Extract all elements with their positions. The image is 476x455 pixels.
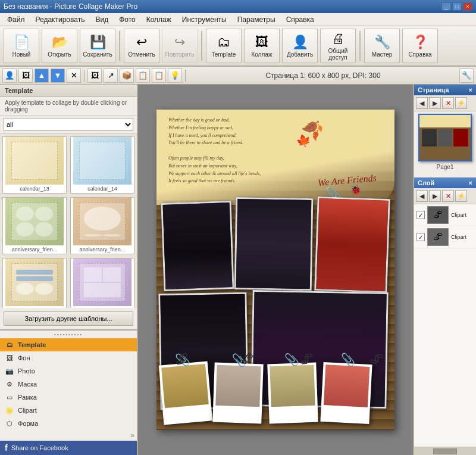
menu-collage[interactable]: Коллаж [142, 14, 176, 25]
t2-btn-2[interactable]: 🖼 [18, 68, 33, 83]
template-thumb [5, 137, 64, 185]
layer-prev-btn[interactable]: ◀ [416, 190, 428, 202]
t2-btn-copy1[interactable]: 📋 [136, 68, 150, 83]
template-item-anniv2[interactable]: anniversary_frien... [70, 197, 134, 254]
secondary-toolbar: 👤 🖼 ▲ ▼ ✕ 🖼 ↗ 📦 📋 📋 💡 Страница 1: 600 x … [0, 67, 476, 85]
poem-text: Whether the day is good or bad, Whether … [168, 117, 335, 185]
t2-btn-light[interactable]: 💡 [168, 68, 182, 83]
menu-params[interactable]: Параметры [233, 14, 280, 25]
page-thumbnail[interactable] [418, 114, 472, 161]
t2-btn-down[interactable]: ▼ [51, 68, 65, 83]
help-button[interactable]: ❓ Справка [402, 29, 438, 63]
t2-btn-link[interactable]: ↗ [104, 68, 118, 83]
template-item-april2[interactable]: april_fools_02 [2, 258, 67, 308]
layer-delete-btn[interactable]: ✕ [442, 190, 454, 202]
template-item-calendar14[interactable]: calendar_14 [70, 136, 134, 194]
add-photo-button[interactable]: 👤 Добавить [282, 29, 318, 63]
tab-frame-label: Рамка [18, 394, 37, 401]
page-prev-btn[interactable]: ◀ [416, 97, 428, 109]
minimize-button[interactable]: _ [441, 2, 451, 11]
title-bar: Без названия - Picture Collage Maker Pro… [0, 0, 476, 13]
layer-checkbox-2[interactable]: ✓ [416, 233, 425, 241]
template-name: april_fools_03 [84, 306, 120, 308]
t2-btn-up[interactable]: ▲ [35, 68, 49, 83]
photo-tab-icon: 📷 [5, 366, 14, 376]
template-label: Template [212, 51, 236, 58]
left-panel: Template Apply template to collage by do… [0, 85, 138, 455]
template-thumb [5, 258, 64, 306]
save-button[interactable]: 💾 Сохранить [80, 29, 115, 63]
menu-file[interactable]: Файл [2, 14, 30, 25]
t2-btn-settings[interactable]: 🔧 [459, 68, 474, 83]
close-button[interactable]: × [463, 2, 472, 11]
layer-panel-close[interactable]: × [469, 179, 472, 186]
save-label: Сохранить [83, 51, 112, 58]
tab-clipart[interactable]: 🌟 Clipart [0, 404, 137, 417]
load-more-button[interactable]: Загрузить другие шаблоны... [4, 311, 133, 326]
scrollbar-thumb[interactable] [433, 448, 457, 454]
help-label: Справка [408, 51, 431, 58]
t2-btn-frame[interactable]: 🖼 [87, 68, 102, 83]
layer-checkbox-1[interactable]: ✓ [416, 211, 425, 219]
layer-thumb-1: 🖇 [427, 206, 449, 224]
maximize-button[interactable]: □ [452, 2, 462, 11]
polaroid-clip-3: 📎 [284, 353, 299, 367]
save-icon: 💾 [90, 35, 106, 50]
menu-edit[interactable]: Редактировать [31, 14, 90, 25]
wizard-label: Мастер [372, 51, 393, 58]
layer-item-2[interactable]: ✓ 🖇 Clipart [414, 226, 476, 248]
tab-mask[interactable]: ⚙ Маска [0, 378, 137, 391]
wizard-button[interactable]: 🔧 Мастер [364, 29, 400, 63]
collage-button[interactable]: 🖼 Коллаж [244, 29, 280, 63]
menu-photo[interactable]: Фото [114, 14, 140, 25]
canvas-area: 🍂 🍁 📎 🐞 Whether the day is good or bad, … [138, 85, 413, 455]
background-tab-icon: 🖼 [5, 353, 14, 363]
collage-canvas[interactable]: 🍂 🍁 📎 🐞 Whether the day is good or bad, … [156, 110, 394, 430]
photo-frame-3 [314, 197, 390, 293]
tab-background[interactable]: 🖼 Фон [0, 351, 137, 364]
page-next-btn[interactable]: ▶ [429, 97, 441, 109]
binder-clip-2: 🖇 [239, 350, 255, 368]
template-item-april3[interactable]: april_fools_03 [70, 258, 134, 308]
new-button[interactable]: 📄 Новый [4, 29, 39, 63]
facebook-share-button[interactable]: Share on Facebook [11, 444, 68, 451]
share-button[interactable]: 🖨 Общий доступ [320, 29, 356, 63]
layer-name-1: Clipart [451, 212, 466, 218]
template-thumb [73, 198, 131, 245]
tab-shape[interactable]: ⬡ Форма [0, 417, 137, 430]
polaroid-frame-1: 📎 [159, 361, 212, 425]
expand-icon[interactable]: » [130, 431, 134, 440]
help-icon: ❓ [412, 35, 428, 50]
layer-next-btn[interactable]: ▶ [429, 190, 441, 202]
t2-btn-delete[interactable]: ✕ [67, 68, 81, 83]
t2-btn-copy2[interactable]: 📋 [152, 68, 166, 83]
frame-tab-icon: ▭ [5, 392, 14, 402]
tab-photo[interactable]: 📷 Photo [0, 364, 137, 378]
mask-tab-icon: ⚙ [5, 379, 14, 389]
redo-button[interactable]: ↪ Повторить [162, 29, 198, 63]
layer-add-btn[interactable]: ⚡ [455, 190, 467, 202]
t2-btn-box[interactable]: 📦 [120, 68, 134, 83]
undo-button[interactable]: ↩ Отменить [124, 29, 159, 63]
template-name: april_fools_02 [17, 306, 52, 308]
tab-photo-label: Photo [18, 367, 35, 375]
layer-item-1[interactable]: ✓ 🖇 Clipart [414, 204, 476, 226]
menu-tools[interactable]: Инструменты [177, 14, 231, 25]
t2-btn-1[interactable]: 👤 [2, 68, 17, 83]
template-button[interactable]: 🗂 Template [206, 29, 242, 63]
filter-select[interactable]: all birthday wedding holiday travel [4, 118, 133, 131]
page-panel-close[interactable]: × [469, 86, 472, 94]
add-photo-icon: 👤 [292, 35, 308, 50]
tab-background-label: Фон [18, 354, 30, 361]
tab-frame[interactable]: ▭ Рамка [0, 391, 137, 404]
tab-template[interactable]: 🗂 Template [0, 338, 137, 351]
template-item-calendar13[interactable]: calendar_13 [2, 136, 67, 194]
template-item-anniv1[interactable]: anniversary_frien... [2, 197, 67, 254]
menu-help[interactable]: Справка [281, 14, 319, 25]
page-add-btn[interactable]: ⚡ [455, 97, 467, 109]
page-delete-btn[interactable]: ✕ [442, 97, 454, 109]
right-panel-scrollbar[interactable] [414, 447, 476, 455]
main-layout: Template Apply template to collage by do… [0, 85, 476, 455]
open-button[interactable]: 📂 Открыть [42, 29, 77, 63]
menu-view[interactable]: Вид [90, 14, 113, 25]
